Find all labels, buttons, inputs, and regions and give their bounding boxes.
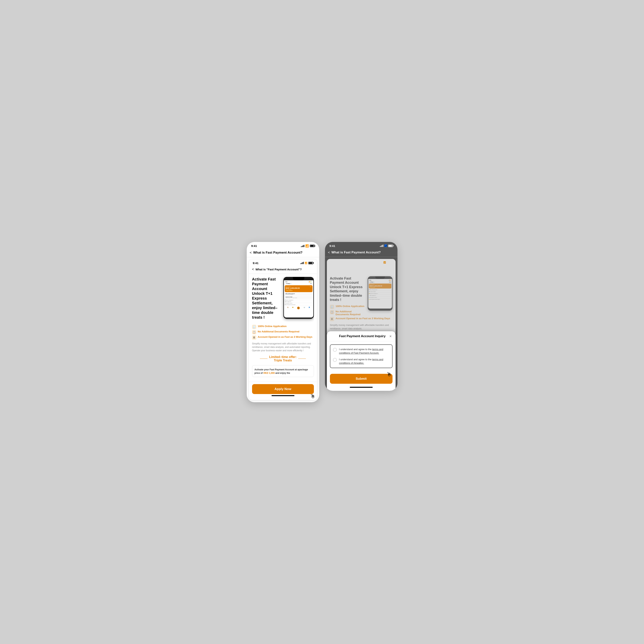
inner-card-left: 9:41 📶 < What is "Fast Payment Account"? — [249, 260, 317, 400]
offer-line1-left: Limited–time offer: — [269, 355, 297, 359]
outer-nav-title-left: What is Fast Payment Account? — [253, 251, 302, 255]
right-blurred-content: 9:41 ▪▪ 📶 ‹ K Shop 🛒 ↺ ⊞ Account balance… — [327, 273, 396, 336]
right-feature-2: No Additional Documents Required — [336, 310, 366, 316]
right-inner-status: 9:41 📶 — [327, 259, 396, 265]
package-box-left: Activate your Fast Payment Account at ap… — [252, 365, 314, 377]
terms-item-2-right: I understand and agree to the terms and … — [333, 358, 389, 365]
package-price-left: HKD 1,000 — [263, 372, 275, 374]
right-description: Simplify money management with affordabl… — [330, 323, 393, 330]
apply-now-button[interactable]: Apply Now — [252, 384, 314, 394]
cursor-left: 🖱 — [310, 393, 315, 399]
outer-time-right: 9:41 — [330, 244, 335, 247]
bottom-section-left: Apply Now — [249, 382, 317, 400]
back-arrow-outer-right[interactable]: < — [328, 251, 330, 255]
modal-close-button-right[interactable]: × — [389, 334, 392, 338]
outer-time-left: 9:41 — [251, 244, 257, 247]
inner-signal-icon-left — [300, 262, 304, 264]
terms-text-2-right: I understand and agree to the terms and … — [339, 358, 389, 365]
radio-2-right[interactable] — [333, 358, 337, 362]
cursor-right: 🖱 — [386, 371, 392, 377]
feature-item-2-left: 📋 No Additional Documents Required — [252, 330, 314, 334]
submit-button-right[interactable]: Submit — [330, 374, 393, 384]
wifi-icon-right: 📶 — [384, 244, 387, 247]
battery-icon-left — [310, 245, 315, 247]
terms-item-1-right: I understand and agree to the terms and … — [333, 347, 389, 355]
feature-item-3-left: 🗓 Account Opened in as Fast as 3 Working… — [252, 335, 314, 340]
headline-section-left: 9:41 ▪▪ 📶 🔋 ‹ K Shop 🛒 ↺ ⊞ — [252, 277, 314, 322]
right-inner-card-bg: 9:41 📶 < What is "Fast Payment Account"? — [327, 259, 396, 336]
modal-body-right: I understand and agree to the terms and … — [327, 341, 396, 374]
wifi-icon-left: 📶 — [305, 244, 309, 248]
inner-nav-title-left: What is "Fast Payment Account"? — [256, 268, 302, 271]
outer-status-bar-right: 9:41 📶 .phone-frame-right .battery-icon:… — [325, 242, 397, 249]
feature-text-2-left: No Additional Documents Required — [258, 330, 299, 333]
feature-list-left: 🧾 100% Online Application 📋 No Additiona… — [252, 325, 314, 340]
mockup-phone-device-left: 9:41 ▪▪ 📶 🔋 ‹ K Shop 🛒 ↺ ⊞ — [283, 277, 314, 319]
modal-sheet-right: Fast Payment Account Inquiry × I underst… — [327, 331, 396, 391]
modal-footer-right: Submit — [327, 374, 396, 391]
outer-nav-title-right: What is Fast Payment Account? — [331, 251, 381, 254]
right-mockup-phone: 9:41 ▪▪ 📶 ‹ K Shop 🛒 ↺ ⊞ Account balance… — [368, 276, 393, 311]
signal-icon-left — [301, 245, 304, 247]
right-phone: 9:41 📶 .phone-frame-right .battery-icon:… — [325, 242, 397, 391]
right-feature-3: Account Opened in as Fast as 3 Working D… — [336, 317, 390, 320]
feature-icon-3-left: 🗓 — [252, 335, 256, 340]
inner-time-left: 9:41 — [253, 261, 259, 265]
package-text-left: Activate your Fast Payment Account at ap… — [255, 368, 308, 374]
outer-nav-left: < What is Fast Payment Account? — [247, 249, 319, 257]
mockup-settlement-amount-left: + HKD 3,888.88 — [286, 290, 312, 291]
terms-text-1-right: I understand and agree to the terms and … — [339, 347, 389, 355]
content-left: 9:41 ▪▪ 📶 🔋 ‹ K Shop 🛒 ↺ ⊞ — [249, 274, 317, 382]
terms-box-right: I understand and agree to the terms and … — [330, 344, 393, 368]
right-content-wrapper: 9:41 📶 < What is "Fast Payment Account"? — [325, 257, 397, 391]
feature-text-1-left: 100% Online Application — [258, 325, 287, 328]
left-phone: 9:41 📶 < What is Fast Payment Account? 9… — [247, 242, 319, 402]
main-container: 9:41 📶 < What is Fast Payment Account? 9… — [247, 242, 397, 402]
feature-item-1-left: 🧾 100% Online Application — [252, 325, 314, 329]
signal-icon-right — [380, 245, 383, 247]
mockup-currency-left: HKD — [310, 286, 311, 287]
back-arrow-outer-left[interactable]: < — [250, 251, 252, 255]
feature-icon-2-left: 📋 — [252, 330, 256, 334]
feature-icon-1-left: 🧾 — [252, 325, 256, 329]
mockup-icons-left: ▪▪ 📶 🔋 — [308, 281, 312, 282]
battery-icon-right: .phone-frame-right .battery-icon::before… — [388, 245, 393, 247]
limited-offer-left: Limited–time offer: Triple Treats — [252, 355, 314, 362]
status-icons-left: 📶 — [301, 244, 315, 248]
outer-status-bar: 9:41 📶 — [247, 242, 319, 249]
offer-line2-left: Triple Treats — [269, 359, 297, 362]
mockup-shop-name-left: K Shop 🛒 — [286, 283, 292, 284]
inner-phone-mockup-left: 9:41 ▪▪ 📶 🔋 ‹ K Shop 🛒 ↺ ⊞ — [283, 277, 314, 319]
modal-header-right: Fast Payment Account Inquiry × — [327, 331, 396, 341]
inner-battery-icon-left — [308, 262, 313, 264]
mockup-balance-label-left: Account balance — [286, 286, 291, 287]
status-icons-right: 📶 .phone-frame-right .battery-icon::befo… — [380, 244, 393, 247]
modal-title-right: Fast Payment Account Inquiry — [339, 334, 386, 338]
inner-nav-left: < What is "Fast Payment Account"? — [249, 266, 317, 274]
right-feature-1: 100% Online Application — [336, 305, 364, 308]
right-inner-nav: < What is "Fast Payment Account"? — [327, 265, 396, 273]
description-text-left: Simplify money management with affordabl… — [252, 342, 314, 352]
mockup-balance-amount-left: HKD 1,260,658.50 — [286, 287, 312, 289]
home-indicator-left — [272, 395, 294, 396]
feature-text-3-left: Account Opened in as Fast as 3 Working D… — [258, 335, 313, 338]
inner-wifi-icon-left: 📶 — [305, 262, 307, 264]
radio-1-right[interactable] — [333, 348, 337, 352]
home-indicator-right — [350, 387, 373, 388]
mockup-time-left: 9:41 — [285, 281, 287, 282]
inner-status-icons-left: 📶 — [300, 262, 313, 264]
phone-notch-left — [293, 277, 304, 280]
back-arrow-inner-left[interactable]: < — [252, 267, 254, 271]
inner-status-bar-left: 9:41 📶 — [249, 260, 317, 266]
right-inner-time: 9:41 — [331, 261, 336, 264]
outer-nav-right: < What is Fast Payment Account? — [325, 249, 397, 257]
